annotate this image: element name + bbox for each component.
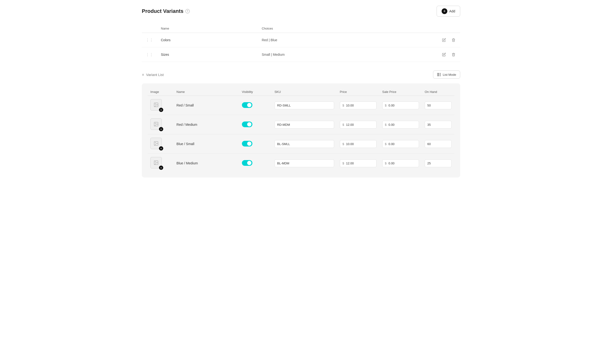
price-symbol: $ bbox=[343, 104, 344, 107]
sku-cell[interactable] bbox=[272, 154, 337, 173]
variant-name: Sizes bbox=[157, 47, 258, 62]
toggle-slider bbox=[242, 160, 252, 166]
variant-row-name: Blue / Small bbox=[174, 134, 239, 154]
sale-price-input[interactable] bbox=[387, 102, 416, 109]
visibility-toggle[interactable] bbox=[242, 160, 252, 166]
variant-name: Colors bbox=[157, 33, 258, 47]
sku-input[interactable] bbox=[275, 121, 334, 129]
col-visibility-header: Visibility bbox=[239, 88, 272, 96]
sku-input[interactable] bbox=[275, 140, 334, 148]
sale-price-field-wrapper: $ bbox=[382, 101, 419, 109]
on-hand-input[interactable] bbox=[425, 121, 452, 129]
add-icon: + bbox=[442, 8, 447, 14]
page-header: Product Variants ? + Add bbox=[142, 6, 460, 17]
image-cell: + bbox=[148, 134, 174, 154]
svg-point-11 bbox=[155, 142, 156, 143]
col-name-header: Name bbox=[157, 24, 258, 33]
on-hand-input[interactable] bbox=[425, 159, 452, 167]
on-hand-input[interactable] bbox=[425, 140, 452, 148]
variant-list-title-group: ∧ Variant List bbox=[142, 73, 164, 77]
image-cell: + bbox=[148, 154, 174, 173]
col-choices-header: Choices bbox=[258, 24, 436, 33]
variant-choices: Small | Medium bbox=[258, 47, 436, 62]
sale-price-input[interactable] bbox=[387, 140, 416, 148]
list-mode-button[interactable]: List Mode bbox=[433, 71, 460, 79]
on-hand-input[interactable] bbox=[425, 101, 452, 109]
price-symbol: $ bbox=[343, 123, 344, 127]
svg-point-13 bbox=[155, 161, 156, 162]
on-hand-cell[interactable] bbox=[422, 96, 454, 115]
visibility-toggle[interactable] bbox=[242, 141, 252, 147]
price-field-wrapper: $ bbox=[340, 140, 376, 148]
svg-rect-0 bbox=[437, 73, 440, 74]
col-price-header: Price bbox=[337, 88, 379, 96]
on-hand-cell[interactable] bbox=[422, 154, 454, 173]
add-image-button[interactable]: + bbox=[159, 108, 163, 112]
col-image-header: Image bbox=[148, 88, 174, 96]
add-image-button[interactable]: + bbox=[159, 127, 163, 131]
price-field-wrapper: $ bbox=[340, 121, 376, 129]
sale-price-symbol: $ bbox=[385, 161, 387, 165]
variant-list-section: Image Name Visibility SKU Price Sale Pri… bbox=[142, 83, 460, 177]
variant-row-name: Red / Small bbox=[174, 96, 239, 115]
drag-handle-cell: ⋮⋮ bbox=[142, 33, 157, 47]
price-field-wrapper: $ bbox=[340, 101, 376, 109]
sale-price-cell: $ bbox=[379, 115, 422, 134]
action-icons bbox=[440, 37, 456, 43]
svg-rect-1 bbox=[437, 74, 440, 75]
list-item: + Blue / Small $ $ bbox=[148, 134, 454, 154]
col-drag bbox=[142, 24, 157, 33]
sale-price-input[interactable] bbox=[387, 121, 416, 128]
delete-button[interactable] bbox=[451, 37, 456, 43]
drag-handle-icon[interactable]: ⋮⋮ bbox=[146, 38, 153, 42]
sale-price-symbol: $ bbox=[385, 123, 387, 127]
sku-input[interactable] bbox=[275, 101, 334, 109]
table-row: ⋮⋮ Sizes Small | Medium bbox=[142, 47, 460, 62]
delete-button[interactable] bbox=[451, 52, 456, 57]
table-row: ⋮⋮ Colors Red | Blue bbox=[142, 33, 460, 47]
price-symbol: $ bbox=[343, 161, 344, 165]
variant-list-table: Image Name Visibility SKU Price Sale Pri… bbox=[148, 88, 454, 173]
price-input[interactable] bbox=[345, 140, 374, 148]
variant-list-header: ∧ Variant List List Mode bbox=[142, 68, 460, 81]
sku-input[interactable] bbox=[275, 159, 334, 167]
price-cell: $ bbox=[337, 134, 379, 154]
visibility-cell bbox=[239, 134, 272, 154]
edit-button[interactable] bbox=[441, 37, 447, 43]
price-input[interactable] bbox=[345, 160, 374, 167]
sale-price-input[interactable] bbox=[387, 160, 416, 167]
add-image-button[interactable]: + bbox=[159, 166, 163, 170]
on-hand-cell[interactable] bbox=[422, 115, 454, 134]
price-symbol: $ bbox=[343, 142, 344, 146]
price-input[interactable] bbox=[345, 121, 374, 128]
list-item: + Blue / Medium $ $ bbox=[148, 154, 454, 173]
variant-list-title: Variant List bbox=[146, 73, 164, 77]
add-image-button[interactable]: + bbox=[159, 146, 163, 150]
svg-point-3 bbox=[440, 73, 441, 74]
visibility-toggle[interactable] bbox=[242, 121, 252, 127]
page-title: Product Variants bbox=[142, 8, 183, 14]
svg-point-4 bbox=[440, 74, 441, 75]
image-cell: + bbox=[148, 115, 174, 134]
on-hand-cell[interactable] bbox=[422, 134, 454, 154]
image-cell: + bbox=[148, 96, 174, 115]
visibility-toggle[interactable] bbox=[242, 102, 252, 108]
sku-cell[interactable] bbox=[272, 134, 337, 154]
sku-cell[interactable] bbox=[272, 96, 337, 115]
sale-price-symbol: $ bbox=[385, 142, 387, 146]
edit-button[interactable] bbox=[441, 52, 447, 57]
price-input[interactable] bbox=[345, 102, 374, 109]
sale-price-cell: $ bbox=[379, 134, 422, 154]
sale-price-field-wrapper: $ bbox=[382, 140, 419, 148]
variant-row-name: Blue / Medium bbox=[174, 154, 239, 173]
help-icon[interactable]: ? bbox=[185, 9, 190, 13]
svg-point-5 bbox=[440, 75, 441, 76]
sku-cell[interactable] bbox=[272, 115, 337, 134]
price-field-wrapper: $ bbox=[340, 159, 376, 167]
variant-row-name: Red / Medium bbox=[174, 115, 239, 134]
drag-handle-icon[interactable]: ⋮⋮ bbox=[146, 53, 153, 57]
list-mode-icon bbox=[437, 73, 441, 76]
collapse-icon[interactable]: ∧ bbox=[142, 73, 144, 76]
add-button[interactable]: + Add bbox=[437, 6, 460, 17]
toggle-slider bbox=[242, 121, 252, 127]
